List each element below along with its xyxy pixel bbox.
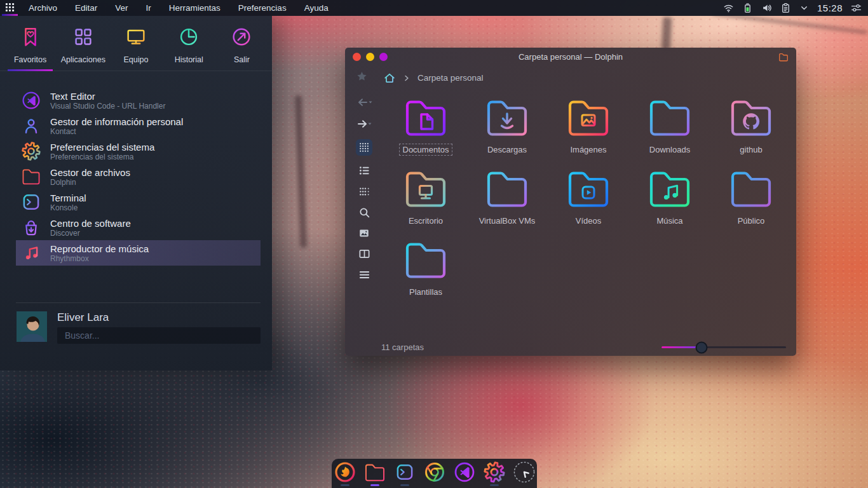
dock-konsole[interactable] [393,460,417,487]
clipboard-icon[interactable] [780,3,791,13]
app-title: Terminal [50,193,86,203]
folder-imágenes[interactable]: Imágenes [551,97,626,156]
vscode-icon [21,90,41,111]
app-text: Reproductor de músicaRhythmbox [50,243,149,263]
zoom-slider-handle[interactable] [695,341,707,353]
home-icon[interactable] [383,72,396,85]
folder-icon [728,97,775,140]
kontact-icon [21,116,41,136]
network-icon[interactable] [723,3,734,13]
discover-icon [21,217,41,238]
global-menubar: ArchivoEditarVerIrHerramientasPreferenci… [0,0,868,16]
folder-virtualbox-vms[interactable]: VirtualBox VMs [470,168,545,227]
view-toolbar [352,96,376,281]
menu-editar[interactable]: Editar [66,0,106,16]
minimize-button[interactable] [366,53,374,61]
tab-label: Aplicaciones [61,55,105,64]
chevron-down-icon[interactable] [799,3,809,13]
chromium-icon [423,461,446,486]
firefox-icon [334,461,356,486]
folder-label: Música [653,215,686,227]
app-subtitle: Kontact [50,127,183,136]
app-launcher-button[interactable] [0,0,20,16]
menu-ir[interactable]: Ir [137,0,160,16]
bookmark-star-icon[interactable] [356,71,368,85]
user-name: Eliver Lara [57,311,261,324]
app-subtitle: Visual Studio Code - URL Handler [50,102,165,111]
tree-trunk [661,17,672,51]
dock-files[interactable] [363,460,387,487]
menu-preferencias[interactable]: Preferencias [229,0,295,16]
dock [332,459,537,488]
close-button[interactable] [353,53,361,61]
folder-icon [565,168,612,212]
folder-plantillas[interactable]: Plantillas [388,240,463,298]
forward-icon[interactable] [356,118,373,130]
window-titlebar[interactable]: Carpeta personal — Dolphin [345,48,796,66]
dock-clock-widget[interactable] [512,460,536,487]
launcher-tabs: FavoritosAplicacionesEquipoHistorialSali… [0,16,272,71]
grid-view-icon[interactable] [356,139,372,156]
menu-ver[interactable]: Ver [106,0,137,16]
running-indicator [490,484,499,486]
tab-salir[interactable]: Salir [215,20,268,71]
list-view-icon[interactable] [358,165,370,177]
tab-favoritos[interactable]: Favoritos [4,20,57,71]
search-input[interactable] [57,327,261,344]
breadcrumb[interactable]: Carpeta personal [417,73,484,83]
app-item[interactable]: Gestor de archivosDolphin [16,164,261,189]
history-icon [177,25,201,51]
app-item[interactable]: TerminalKonsole [16,189,261,215]
dock-firefox[interactable] [333,460,357,487]
battery-icon[interactable] [742,3,753,13]
leave-icon [229,25,254,51]
app-item[interactable]: Gestor de información personalKontact [16,113,261,139]
hamburger-menu-icon[interactable] [358,269,370,281]
dock-settings[interactable] [482,460,506,487]
applications-icon [71,25,95,51]
folder-descargas[interactable]: Descargas [470,97,545,156]
folder-github[interactable]: github [714,97,789,156]
chevron-right-icon[interactable] [402,74,411,83]
menu-ayuda[interactable]: Ayuda [295,0,337,16]
dock-chromium[interactable] [423,460,447,487]
app-item[interactable]: Preferencias del sistemaPreferencias del… [16,139,261,164]
menu-herramientas[interactable]: Herramientas [160,0,229,16]
files-icon [363,463,386,485]
app-item[interactable]: Centro de softwareDiscover [16,215,261,240]
tab-historial[interactable]: Historial [163,20,215,71]
split-view-icon[interactable] [358,248,370,260]
volume-icon[interactable] [761,3,772,13]
rhythmbox-icon [21,243,41,263]
maximize-button[interactable] [379,53,388,61]
window-folder-icon [778,53,789,62]
clock-widget-icon [512,459,537,487]
zoom-slider[interactable] [661,341,786,354]
back-icon[interactable] [356,96,373,109]
tab-label: Favoritos [14,55,46,64]
folder-público[interactable]: Público [714,168,789,227]
tab-equipo[interactable]: Equipo [109,20,162,71]
menu-archivo[interactable]: Archivo [20,0,66,16]
folder-label: Escritorio [405,215,447,227]
folder-icon [402,240,449,283]
menubar-left: ArchivoEditarVerIrHerramientasPreferenci… [0,0,337,16]
folder-downloads[interactable]: Downloads [632,97,707,156]
search-icon[interactable] [358,207,370,219]
folder-música[interactable]: Música [632,168,707,227]
clock[interactable]: 15:28 [817,3,843,13]
dolphin-window: Carpeta personal — Dolphin Carpeta perso… [345,48,796,356]
app-item[interactable]: Text EditorVisual Studio Code - URL Hand… [16,88,261,113]
preview-icon[interactable] [358,227,370,239]
folder-vídeos[interactable]: Vídeos [551,168,626,227]
folder-documentos[interactable]: Documentos [388,97,463,156]
app-subtitle: Dolphin [50,178,130,187]
dock-vscode[interactable] [452,460,477,487]
app-item[interactable]: Reproductor de músicaRhythmbox [16,240,261,266]
avatar[interactable] [17,311,47,342]
compact-view-icon[interactable] [358,186,370,198]
folder-escritorio[interactable]: Escritorio [388,168,463,227]
tab-aplicaciones[interactable]: Aplicaciones [57,20,109,71]
tweaks-icon[interactable] [851,3,862,13]
window-title: Carpeta personal — Dolphin [345,52,796,62]
